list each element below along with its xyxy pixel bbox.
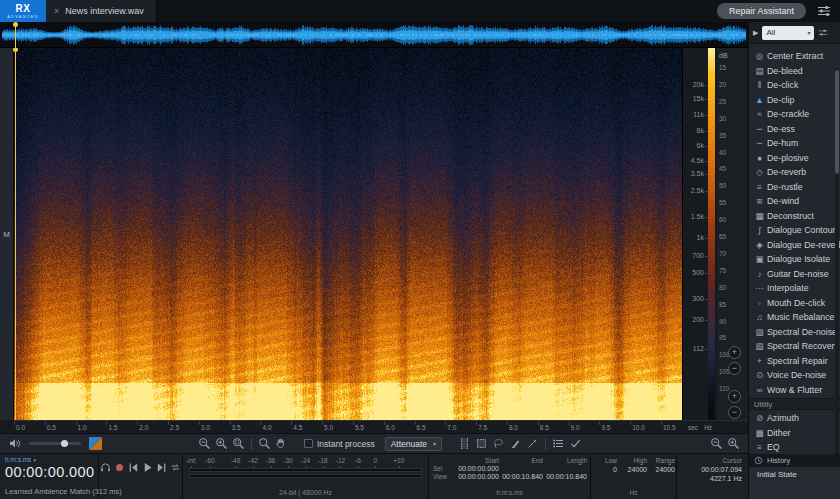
history-panel: History Initial State bbox=[748, 454, 840, 499]
settings-sliders-icon[interactable] bbox=[816, 3, 832, 19]
go-to-end-button[interactable] bbox=[156, 461, 168, 473]
record-button[interactable] bbox=[114, 461, 126, 473]
find-similar-check-icon[interactable] bbox=[567, 435, 584, 452]
module-item-eq[interactable]: ≡EQ bbox=[749, 440, 840, 454]
spectrogram-view[interactable] bbox=[14, 48, 682, 420]
horizontal-zoom-out-icon[interactable] bbox=[708, 435, 725, 452]
play-button[interactable] bbox=[142, 461, 154, 473]
cursor-header: Cursor bbox=[677, 457, 742, 464]
frequency-zoom-in-button[interactable]: + bbox=[728, 346, 741, 359]
db-zoom-in-button[interactable]: + bbox=[728, 390, 741, 403]
module-filter-dropdown[interactable]: All ▾ bbox=[762, 26, 814, 40]
module-item-de-ess[interactable]: ∽De-ess bbox=[749, 122, 840, 137]
close-tab-icon[interactable]: × bbox=[54, 6, 59, 16]
panel-options-icon[interactable] bbox=[818, 28, 828, 38]
module-item-de-hum[interactable]: ∼De-hum bbox=[749, 136, 840, 151]
time-selection-tool-icon[interactable] bbox=[456, 435, 473, 452]
module-item-de-click[interactable]: ‖De-click bbox=[749, 78, 840, 93]
de-hum-icon: ∼ bbox=[752, 138, 767, 148]
module-item-spectral-recovery[interactable]: ▧Spectral Recovery bbox=[749, 339, 840, 354]
module-item-guitar-de-noise[interactable]: ♪Guitar De-noise bbox=[749, 267, 840, 282]
time-ruler-label: 0.5 bbox=[47, 424, 56, 431]
spectrogram-canvas[interactable] bbox=[14, 48, 682, 420]
meter-scale-label: -6 bbox=[355, 457, 361, 464]
brush-tool-icon[interactable] bbox=[507, 435, 524, 452]
time-format-dropdown[interactable]: h:m:s.ms ▾ bbox=[5, 456, 98, 463]
monitor-volume-slider[interactable] bbox=[29, 442, 81, 445]
module-label: Mouth De-click bbox=[767, 298, 825, 308]
lasso-tool-icon[interactable] bbox=[490, 435, 507, 452]
module-label: Center Extract bbox=[767, 51, 823, 61]
loop-button[interactable] bbox=[170, 461, 182, 473]
channel-strip[interactable]: M bbox=[0, 48, 14, 420]
zoom-out-tool-icon[interactable] bbox=[196, 435, 213, 452]
time-ruler[interactable]: 0.00.51.01.52.02.53.03.54.04.55.05.56.06… bbox=[14, 420, 682, 433]
module-item-deconstruct[interactable]: ▦Deconstruct bbox=[749, 209, 840, 224]
voice-de-noise-icon: ⊙ bbox=[752, 370, 767, 380]
azimuth-icon: ⊘ bbox=[752, 413, 767, 423]
time-ruler-tick bbox=[507, 421, 508, 425]
overview-waveform-canvas[interactable] bbox=[2, 24, 746, 46]
frequency-ruler[interactable]: 20k15k11k8k6k4.5k3.5k2.5k1.5k1k700500300… bbox=[682, 48, 708, 420]
module-item-spectral-de-noise[interactable]: ▨Spectral De-noise bbox=[749, 325, 840, 340]
selection-list-icon[interactable] bbox=[550, 435, 567, 452]
module-item-de-bleed[interactable]: ▤De-bleed bbox=[749, 64, 840, 79]
module-item-spectral-repair[interactable]: +Spectral Repair bbox=[749, 354, 840, 369]
process-mode-value: Attenuate bbox=[391, 439, 427, 449]
db-zoom-out-button[interactable]: − bbox=[728, 406, 741, 419]
module-item-wow-flutter[interactable]: ∞Wow & Flutter bbox=[749, 383, 840, 398]
horizontal-zoom-in-icon[interactable] bbox=[725, 435, 742, 452]
waveform-overview[interactable] bbox=[0, 22, 748, 48]
hand-tool-icon[interactable] bbox=[273, 435, 290, 452]
monitor-volume-icon[interactable] bbox=[6, 435, 23, 452]
spectrogram-waveform-blend-icon[interactable] bbox=[87, 435, 104, 452]
module-label: Music Rebalance bbox=[767, 312, 834, 322]
repair-assistant-button[interactable]: Repair Assistant bbox=[717, 3, 806, 19]
playhead-time-display[interactable]: 00:00:00.000 bbox=[5, 464, 98, 480]
level-meter[interactable]: -inf.-60-48-42-36-30-24-18-12-60+10 24-b… bbox=[182, 454, 428, 499]
time-frequency-selection-tool-icon[interactable] bbox=[473, 435, 490, 452]
module-item-music-rebalance[interactable]: ♫Music Rebalance bbox=[749, 310, 840, 325]
db-scale-label: 35 bbox=[719, 132, 726, 139]
selection-column-header: Start bbox=[455, 457, 499, 464]
go-to-start-button[interactable] bbox=[128, 461, 140, 473]
module-item-center-extract[interactable]: ◎Center Extract bbox=[749, 49, 840, 64]
module-item-azimuth[interactable]: ⊘Azimuth bbox=[749, 411, 840, 426]
module-item-dither[interactable]: ▩Dither bbox=[749, 426, 840, 441]
file-tab[interactable]: × News interview.wav bbox=[46, 0, 157, 22]
rx-logo-text: RX bbox=[16, 4, 31, 14]
meter-scale-label: -36 bbox=[266, 457, 275, 464]
history-item[interactable]: Initial State bbox=[749, 467, 840, 479]
frequency-zoom-out-button[interactable]: − bbox=[728, 362, 741, 375]
db-scale-label: 40 bbox=[719, 149, 726, 156]
overview-playhead[interactable] bbox=[15, 22, 16, 48]
module-item-de-wind[interactable]: ≋De-wind bbox=[749, 194, 840, 209]
titlebar: RX ADVANCED × News interview.wav Repair … bbox=[0, 0, 840, 22]
module-preview-play-icon[interactable]: ▶ bbox=[753, 29, 758, 37]
instant-process-checkbox[interactable] bbox=[304, 439, 313, 448]
magnify-tool-icon[interactable] bbox=[256, 435, 273, 452]
module-item-de-plosive[interactable]: ●De-plosive bbox=[749, 151, 840, 166]
module-list-scrollbar-thumb[interactable] bbox=[835, 70, 839, 174]
time-ruler-label: 0.0 bbox=[16, 424, 25, 431]
module-item-dialogue-de-reverb[interactable]: ◈Dialogue De-reverb bbox=[749, 238, 840, 253]
playhead[interactable] bbox=[15, 48, 16, 420]
magic-wand-tool-icon[interactable] bbox=[524, 435, 541, 452]
history-header[interactable]: History bbox=[749, 454, 840, 467]
headphones-button[interactable] bbox=[100, 461, 112, 473]
module-item-mouth-de-click[interactable]: ◦Mouth De-click bbox=[749, 296, 840, 311]
module-item-voice-de-noise[interactable]: ⊙Voice De-noise bbox=[749, 368, 840, 383]
zoom-selection-tool-icon[interactable] bbox=[230, 435, 247, 452]
module-item-dialogue-isolate[interactable]: ▣Dialogue Isolate bbox=[749, 252, 840, 267]
frequency-range-unit: Hz bbox=[591, 489, 676, 496]
process-mode-dropdown[interactable]: Attenuate ▾ bbox=[385, 437, 442, 451]
module-item-dialogue-contour[interactable]: ∫Dialogue Contour bbox=[749, 223, 840, 238]
module-item-de-reverb[interactable]: ◇De-reverb bbox=[749, 165, 840, 180]
module-item-de-crackle[interactable]: ≈De-crackle bbox=[749, 107, 840, 122]
module-item-interpolate[interactable]: ⋯Interpolate bbox=[749, 281, 840, 296]
de-plosive-icon: ● bbox=[752, 153, 767, 163]
zoom-in-tool-icon[interactable] bbox=[213, 435, 230, 452]
volume-slider-thumb[interactable] bbox=[61, 440, 68, 447]
module-item-de-clip[interactable]: ▲De-clip bbox=[749, 93, 840, 108]
module-item-de-rustle[interactable]: ≡De-rustle bbox=[749, 180, 840, 195]
